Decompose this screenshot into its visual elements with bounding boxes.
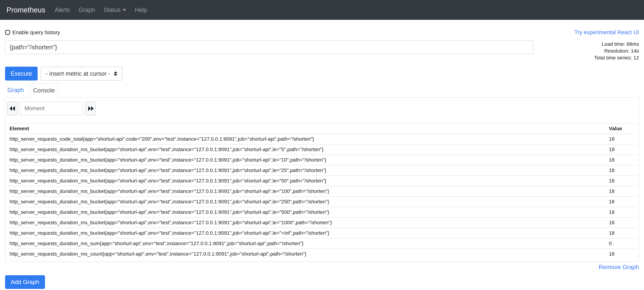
value-cell: 18 [606, 217, 637, 228]
table-row: http_server_requests_duration_ms_bucket{… [7, 186, 637, 196]
insert-metric-select[interactable]: - insert metric at cursor - [41, 67, 122, 81]
table-row: http_server_requests_duration_ms_bucket{… [7, 228, 637, 238]
value-cell: 0 [606, 238, 637, 249]
rewind-icon [10, 106, 15, 111]
query-stats: Load time: 68ms Resolution: 14s Total ti… [533, 41, 639, 61]
table-row: http_server_requests_duration_ms_bucket{… [7, 176, 637, 186]
navbar: Prometheus Alerts Graph Status Help [0, 0, 644, 20]
total-time-series: Total time series: 12 [533, 54, 639, 61]
tab-console[interactable]: Console [30, 83, 58, 98]
element-cell: http_server_requests_duration_ms_bucket{… [7, 207, 606, 217]
query-history-label: Enable query history [12, 30, 60, 36]
table-row: http_server_requests_code_total{app="sho… [7, 134, 637, 144]
query-row: Load time: 68ms Resolution: 14s Total ti… [5, 40, 639, 61]
moment-next-button[interactable] [86, 102, 96, 115]
nav-item-status[interactable]: Status [104, 7, 126, 13]
main-content: Enable query history Try experimental Re… [0, 29, 644, 289]
load-time: Load time: 68ms [533, 41, 639, 48]
table-row: http_server_requests_duration_ms_bucket{… [7, 196, 637, 207]
nav-item-help[interactable]: Help [135, 7, 147, 13]
table-row: http_server_requests_duration_ms_bucket{… [7, 144, 637, 155]
remove-graph-row: Remove Graph [5, 264, 639, 270]
value-cell: 18 [606, 165, 637, 176]
console-result-table: Element Value http_server_requests_code_… [7, 123, 637, 259]
table-header-row: Element Value [7, 123, 637, 134]
value-cell: 18 [606, 134, 637, 144]
element-cell: http_server_requests_duration_ms_sum{app… [7, 238, 606, 249]
moment-navigation [7, 102, 637, 115]
element-cell: http_server_requests_duration_ms_bucket{… [7, 186, 606, 196]
value-cell: 18 [606, 155, 637, 165]
tab-graph[interactable]: Graph [5, 83, 26, 97]
console-panel: Element Value http_server_requests_code_… [5, 98, 639, 262]
moment-prev-button[interactable] [7, 102, 18, 115]
value-cell: 18 [606, 207, 637, 217]
execute-row: Execute - insert metric at cursor - [5, 67, 639, 81]
nav-item-graph[interactable]: Graph [78, 7, 95, 13]
fast-forward-icon [88, 106, 94, 111]
insert-metric-select-label: - insert metric at cursor - [46, 70, 110, 77]
element-cell: http_server_requests_duration_ms_bucket{… [7, 155, 606, 165]
table-row: http_server_requests_duration_ms_bucket{… [7, 217, 637, 228]
top-row: Enable query history Try experimental Re… [5, 29, 639, 36]
column-header-value: Value [606, 123, 637, 134]
caret-down-icon [122, 9, 126, 11]
column-header-element: Element [7, 123, 606, 134]
nav-item-alerts[interactable]: Alerts [55, 7, 70, 13]
table-row: http_server_requests_duration_ms_sum{app… [7, 238, 637, 249]
element-cell: http_server_requests_code_total{app="sho… [7, 134, 606, 144]
query-history-toggle[interactable]: Enable query history [5, 30, 60, 36]
element-cell: http_server_requests_duration_ms_bucket{… [7, 228, 606, 238]
table-body: http_server_requests_code_total{app="sho… [7, 134, 637, 259]
react-ui-link[interactable]: Try experimental React UI [574, 29, 639, 36]
value-cell: 18 [606, 196, 637, 207]
nav-item-status-label: Status [104, 7, 120, 13]
value-cell: 18 [606, 249, 637, 259]
element-cell: http_server_requests_duration_ms_count{a… [7, 249, 606, 259]
table-row: http_server_requests_duration_ms_bucket{… [7, 155, 637, 165]
element-cell: http_server_requests_duration_ms_bucket{… [7, 165, 606, 176]
brand-prometheus[interactable]: Prometheus [6, 6, 45, 14]
table-row: http_server_requests_duration_ms_count{a… [7, 249, 637, 259]
moment-input[interactable] [20, 102, 83, 115]
table-row: http_server_requests_duration_ms_bucket{… [7, 165, 637, 176]
element-cell: http_server_requests_duration_ms_bucket{… [7, 196, 606, 207]
value-cell: 18 [606, 144, 637, 155]
query-expression-input[interactable] [5, 40, 533, 54]
value-cell: 18 [606, 186, 637, 196]
result-tabs: Graph Console [5, 83, 639, 98]
value-cell: 18 [606, 176, 637, 186]
select-arrows-icon [114, 71, 117, 76]
table-row: http_server_requests_duration_ms_bucket{… [7, 207, 637, 217]
element-cell: http_server_requests_duration_ms_bucket{… [7, 144, 606, 155]
remove-graph-link[interactable]: Remove Graph [599, 264, 639, 270]
execute-button[interactable]: Execute [5, 67, 38, 81]
resolution: Resolution: 14s [533, 48, 639, 54]
add-graph-button[interactable]: Add Graph [5, 275, 45, 289]
query-history-checkbox[interactable] [5, 30, 10, 35]
element-cell: http_server_requests_duration_ms_bucket{… [7, 217, 606, 228]
element-cell: http_server_requests_duration_ms_bucket{… [7, 176, 606, 186]
value-cell: 18 [606, 228, 637, 238]
